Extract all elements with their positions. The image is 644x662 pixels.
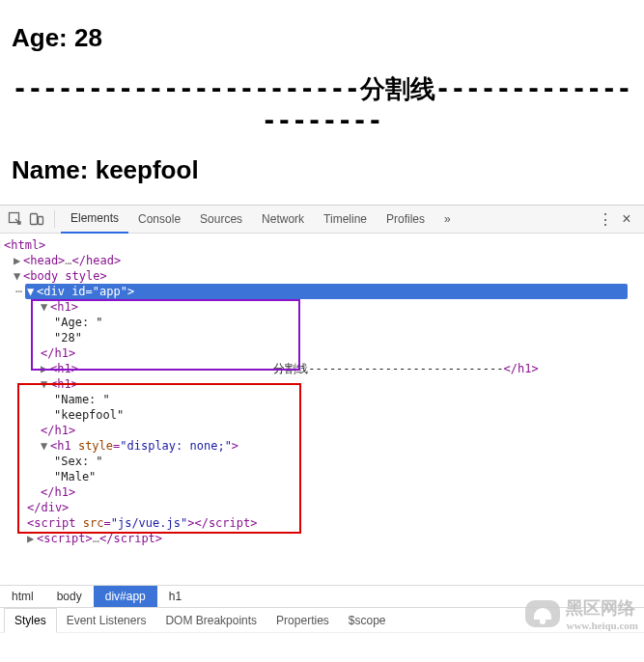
- dom-attr-value: "app": [93, 285, 127, 298]
- dom-eq: =: [103, 516, 110, 530]
- crumb-h1[interactable]: h1: [157, 586, 193, 607]
- dom-text-node[interactable]: "Name: ": [54, 392, 640, 407]
- tab-overflow[interactable]: »: [434, 206, 461, 233]
- dom-script-open[interactable]: <script: [27, 516, 83, 530]
- watermark: 黑区网络 www.heiqu.com: [525, 596, 638, 631]
- divider-text: 分割线: [360, 75, 435, 103]
- dom-h1-end: >: [232, 439, 238, 453]
- subtab-scope[interactable]: $scope: [339, 609, 396, 632]
- dom-text-node: ----------------------------: [308, 362, 503, 375]
- dom-head-close[interactable]: </head>: [72, 254, 122, 267]
- dom-body-open[interactable]: <body style>: [23, 269, 107, 283]
- subtab-properties[interactable]: Properties: [266, 609, 339, 632]
- dom-h1-close[interactable]: </h1>: [41, 424, 75, 437]
- crumb-body[interactable]: body: [45, 586, 94, 607]
- heading-age: Age: 28: [12, 23, 632, 53]
- dom-script-close[interactable]: </script>: [194, 516, 257, 530]
- dom-attr-name: id: [71, 285, 85, 298]
- dom-h1-open[interactable]: <h1>: [50, 377, 78, 391]
- ellipsis-icon: …: [93, 532, 99, 545]
- heading-divider: -----------------------分割线--------------…: [12, 72, 632, 136]
- dom-div-end: >: [127, 285, 134, 298]
- tab-elements[interactable]: Elements: [61, 205, 128, 234]
- dom-h1-close[interactable]: </h1>: [504, 362, 539, 375]
- dom-div-open: <div: [37, 285, 71, 298]
- toolbar-right-controls: ⋮ ×: [596, 209, 638, 229]
- collapse-arrow-icon[interactable]: ▼: [41, 299, 50, 315]
- devtools-panel: Elements Console Sources Network Timelin…: [0, 205, 644, 633]
- dom-attr-name: style: [78, 439, 113, 453]
- dom-h1-close[interactable]: </h1>: [41, 485, 75, 499]
- ellipsis-icon: …: [65, 254, 71, 267]
- dom-text-node[interactable]: "Sex: ": [54, 454, 640, 469]
- dom-h1-open[interactable]: <h1: [50, 439, 78, 453]
- close-devtools-icon[interactable]: ×: [617, 209, 636, 229]
- collapse-arrow-icon[interactable]: ▼: [41, 438, 50, 454]
- dom-script-close[interactable]: </script>: [99, 532, 162, 545]
- dom-h1-close[interactable]: </h1>: [41, 346, 75, 360]
- watermark-text-1: 黑区网络: [566, 596, 638, 620]
- tab-timeline[interactable]: Timeline: [314, 206, 377, 233]
- inspect-element-icon[interactable]: [6, 209, 25, 229]
- dom-h1-open[interactable]: <h1>: [50, 300, 78, 314]
- svg-rect-1: [31, 214, 38, 225]
- crumb-div-app[interactable]: div#app: [94, 586, 157, 607]
- tab-network[interactable]: Network: [252, 206, 314, 233]
- heading-name: Name: keepfool: [12, 155, 632, 185]
- subtab-dom-breakpoints[interactable]: DOM Breakpoints: [155, 609, 266, 632]
- dom-attr-value: "js/vue.js": [111, 516, 187, 530]
- devtools-tabs: Elements Console Sources Network Timelin…: [61, 206, 461, 233]
- elements-subtabs: Styles Event Listeners DOM Breakpoints P…: [0, 607, 644, 633]
- subtab-event-listeners[interactable]: Event Listeners: [57, 609, 156, 632]
- dom-attr-name: src: [83, 516, 104, 530]
- expand-arrow-icon[interactable]: ▶: [41, 361, 50, 376]
- divider-dashes-left: -----------------------: [13, 74, 360, 103]
- collapse-arrow-icon[interactable]: ▼: [27, 284, 37, 299]
- collapse-arrow-icon[interactable]: ▼: [41, 376, 50, 392]
- devtools-toolbar: Elements Console Sources Network Timelin…: [0, 206, 644, 234]
- tab-profiles[interactable]: Profiles: [377, 206, 434, 233]
- more-menu-icon[interactable]: ⋮: [596, 209, 615, 229]
- dom-html-open[interactable]: <html>: [4, 238, 45, 252]
- dom-div-close[interactable]: </div>: [27, 501, 69, 514]
- collapse-arrow-icon[interactable]: ▼: [14, 268, 23, 284]
- rendered-page: Age: 28 -----------------------分割线------…: [0, 0, 644, 185]
- watermark-logo-icon: [525, 600, 560, 627]
- tab-console[interactable]: Console: [128, 206, 190, 233]
- subtab-styles[interactable]: Styles: [4, 608, 57, 633]
- dom-attr-value: "display: none;": [120, 439, 232, 453]
- selection-marker-icon: ⋯: [15, 284, 22, 299]
- dom-text-node[interactable]: "keepfool": [54, 407, 640, 423]
- dom-eq: =: [86, 285, 93, 298]
- tab-sources[interactable]: Sources: [190, 206, 252, 233]
- dom-head-open[interactable]: <head>: [23, 254, 65, 267]
- dom-selected-row[interactable]: ▼<div id="app">: [25, 284, 628, 299]
- device-toggle-icon[interactable]: [27, 209, 46, 229]
- elements-dom-tree[interactable]: <html> ▶<head>…</head> ▼<body style> ⋯ ▼…: [0, 234, 644, 585]
- crumb-html[interactable]: html: [0, 586, 45, 607]
- expand-arrow-icon[interactable]: ▶: [14, 253, 23, 268]
- toolbar-separator: [54, 210, 55, 228]
- dom-text-node[interactable]: "28": [54, 330, 640, 345]
- watermark-text-2: www.heiqu.com: [566, 620, 638, 631]
- dom-h1-open[interactable]: <h1>: [50, 362, 78, 375]
- dom-text-node[interactable]: "Age: ": [54, 315, 640, 330]
- expand-arrow-icon[interactable]: ▶: [27, 531, 37, 546]
- dom-text-node: 分割线: [273, 362, 308, 375]
- dom-text-node[interactable]: "Male": [54, 469, 640, 484]
- dom-script-open[interactable]: <script>: [37, 532, 93, 545]
- dom-text-node: ----------------------------: [78, 362, 273, 375]
- svg-rect-2: [39, 217, 43, 225]
